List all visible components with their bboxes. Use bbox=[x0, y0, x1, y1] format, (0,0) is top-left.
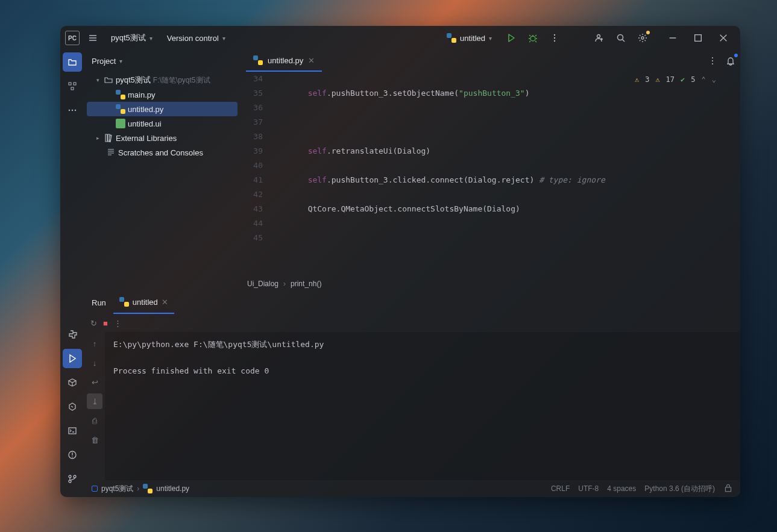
editor-area: untitled.py ✕ bbox=[240, 50, 740, 291]
svg-point-17 bbox=[69, 475, 71, 478]
code-content[interactable]: self.pushButton_3.setObjectName("pushBut… bbox=[270, 72, 740, 277]
breadcrumb-separator-icon: › bbox=[283, 280, 286, 288]
pycharm-logo-icon: PC bbox=[65, 31, 80, 45]
chevron-right-icon: › bbox=[137, 484, 139, 493]
soft-wrap-button[interactable]: ↩ bbox=[87, 374, 102, 390]
lock-icon bbox=[723, 483, 733, 493]
python-icon bbox=[68, 330, 77, 339]
run-panel-title: Run bbox=[92, 298, 106, 307]
gear-icon bbox=[638, 33, 647, 43]
python-icon bbox=[447, 33, 456, 43]
tree-file-main[interactable]: main.py bbox=[87, 87, 238, 102]
interpreter-selector[interactable]: Python 3.6 (自动招呼) bbox=[644, 484, 715, 494]
svg-point-13 bbox=[75, 110, 76, 111]
console-line: E:\py\python.exe F:\随笔\pyqt5测试\untitled.… bbox=[113, 340, 324, 349]
indent-selector[interactable]: 4 spaces bbox=[607, 484, 636, 493]
project-tool-button[interactable] bbox=[63, 52, 82, 72]
python-console-button[interactable] bbox=[63, 325, 82, 344]
update-indicator-icon bbox=[646, 31, 650, 34]
stop-button[interactable]: ■ bbox=[103, 319, 108, 328]
readonly-toggle[interactable] bbox=[723, 483, 733, 495]
encoding-selector[interactable]: UTF-8 bbox=[578, 484, 599, 493]
run-tab-label: untitled bbox=[133, 298, 158, 307]
library-icon bbox=[104, 133, 113, 143]
run-configuration-selector[interactable]: untitled ▾ bbox=[441, 31, 498, 45]
tree-scratches[interactable]: Scratches and Consoles bbox=[87, 145, 238, 160]
more-actions-button[interactable] bbox=[546, 30, 563, 46]
chevron-down-icon: ▾ bbox=[222, 35, 225, 42]
run-button[interactable] bbox=[503, 30, 520, 46]
chevron-down-icon: ▾ bbox=[149, 35, 153, 42]
rerun-button[interactable]: ↻ bbox=[90, 319, 97, 328]
project-panel-header[interactable]: Project ▾ bbox=[84, 50, 240, 72]
run-tool-button[interactable] bbox=[63, 349, 82, 368]
svg-rect-10 bbox=[71, 87, 74, 90]
console-output[interactable]: E:\py\python.exe F:\随笔\pyqt5测试\untitled.… bbox=[105, 332, 740, 480]
editor-tabs: untitled.py ✕ bbox=[240, 50, 740, 72]
services-tool-button[interactable] bbox=[63, 397, 82, 416]
clear-button[interactable]: 🗑 bbox=[87, 432, 102, 448]
print-button[interactable]: ⎙ bbox=[87, 413, 102, 428]
maximize-icon bbox=[693, 33, 703, 43]
structure-icon bbox=[68, 81, 77, 91]
project-tree: ▾ pyqt5测试 F:\随笔\pyqt5测试 main.py bbox=[84, 72, 240, 291]
panel-title: Project bbox=[92, 57, 116, 66]
run-toolbar: ↑ ↓ ↩ ⤓ ⎙ 🗑 bbox=[84, 332, 105, 480]
code-with-me-button[interactable] bbox=[591, 30, 608, 46]
tree-file-untitled-ui[interactable]: untitled.ui bbox=[87, 116, 238, 131]
packages-icon bbox=[68, 378, 77, 387]
search-everywhere-button[interactable] bbox=[612, 30, 629, 46]
breadcrumb-item[interactable]: Ui_Dialog bbox=[247, 280, 278, 288]
more-tool-button[interactable] bbox=[63, 101, 82, 120]
run-more-button[interactable]: ⋮ bbox=[114, 319, 122, 328]
left-tool-stripe bbox=[60, 50, 84, 497]
editor-tab-untitled[interactable]: untitled.py ✕ bbox=[246, 50, 322, 72]
statusbar: pyqt5测试 › untitled.py CRLF UTF-8 4 space… bbox=[84, 480, 740, 497]
code-editor[interactable]: ⚠3 ⚠17 ✔5 ⌃ ⌄ 34 35 36 37 38 39 bbox=[240, 72, 740, 277]
settings-button[interactable] bbox=[634, 30, 651, 46]
svg-point-20 bbox=[712, 57, 713, 58]
vcs-menu[interactable]: Version control ▾ bbox=[162, 31, 230, 45]
main-menu-button[interactable] bbox=[84, 30, 101, 46]
tab-close-button[interactable]: ✕ bbox=[308, 56, 315, 65]
project-selector[interactable]: pyqt5测试 ▾ bbox=[106, 30, 157, 46]
project-name: pyqt5测试 bbox=[111, 33, 146, 43]
problems-tool-button[interactable] bbox=[63, 445, 82, 465]
debug-button[interactable] bbox=[524, 30, 541, 46]
tree-file-untitled-py[interactable]: untitled.py bbox=[87, 102, 238, 116]
collapse-icon[interactable]: ▾ bbox=[94, 77, 101, 83]
tab-close-button[interactable]: ✕ bbox=[162, 298, 168, 307]
structure-tool-button[interactable] bbox=[63, 77, 82, 96]
python-packages-button[interactable] bbox=[63, 373, 82, 392]
status-file[interactable]: untitled.py bbox=[156, 484, 189, 493]
tree-root[interactable]: ▾ pyqt5测试 F:\随笔\pyqt5测试 bbox=[87, 73, 238, 87]
breadcrumbs: Ui_Dialog › print_nh() bbox=[240, 277, 740, 291]
maximize-button[interactable] bbox=[686, 29, 710, 47]
chevron-down-icon: ▾ bbox=[489, 35, 492, 42]
editor-gutter: 34 35 36 37 38 39 40 41 42 43 44 bbox=[240, 72, 270, 277]
svg-rect-23 bbox=[725, 487, 731, 491]
editor-more-button[interactable] bbox=[704, 52, 721, 69]
notifications-button[interactable] bbox=[721, 51, 740, 70]
minimize-button[interactable] bbox=[661, 29, 685, 47]
close-button[interactable] bbox=[711, 29, 735, 47]
vcs-label: Version control bbox=[167, 34, 219, 43]
line-separator-selector[interactable]: CRLF bbox=[551, 484, 570, 493]
status-project[interactable]: pyqt5测试 bbox=[101, 484, 133, 494]
terminal-tool-button[interactable] bbox=[63, 421, 82, 440]
scroll-to-end-button[interactable]: ⤓ bbox=[87, 393, 102, 409]
svg-point-21 bbox=[712, 60, 713, 61]
svg-point-0 bbox=[530, 36, 535, 41]
vcs-tool-button[interactable] bbox=[63, 469, 82, 489]
tree-item-label: untitled.py bbox=[128, 105, 163, 114]
svg-point-22 bbox=[712, 63, 713, 64]
up-button[interactable]: ↑ bbox=[87, 336, 102, 351]
more-vertical-icon bbox=[708, 56, 717, 66]
tree-external-libraries[interactable]: ▸ External Libraries bbox=[87, 131, 238, 145]
run-tab[interactable]: untitled ✕ bbox=[113, 291, 174, 314]
down-button[interactable]: ↓ bbox=[87, 355, 102, 371]
expand-icon[interactable]: ▸ bbox=[94, 135, 101, 141]
minimize-icon bbox=[668, 33, 678, 43]
breadcrumb-item[interactable]: print_nh() bbox=[291, 280, 321, 288]
play-icon bbox=[506, 33, 516, 43]
